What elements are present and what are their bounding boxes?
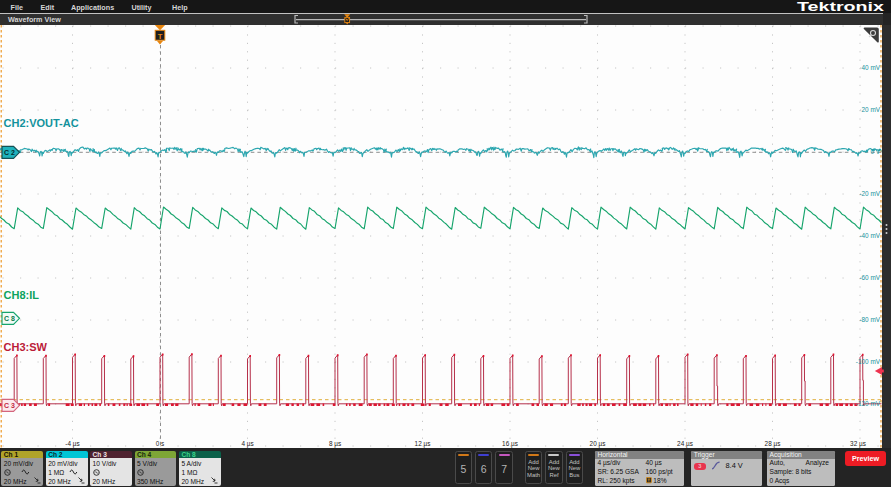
- svg-text:28 µs: 28 µs: [765, 440, 781, 448]
- svg-text:16 µs: 16 µs: [502, 440, 518, 448]
- svg-text:0 V: 0 V: [870, 148, 880, 155]
- svg-text:CH2:VOUT-AC: CH2:VOUT-AC: [4, 117, 79, 129]
- svg-text:40 mV: 40 mV: [862, 64, 881, 71]
- svg-text:20 mV: 20 mV: [862, 106, 881, 113]
- svg-text:-20 mV: -20 mV: [859, 190, 880, 197]
- svg-text:0 s: 0 s: [156, 440, 165, 447]
- svg-text:T: T: [158, 32, 163, 41]
- svg-text:C 3: C 3: [4, 402, 15, 409]
- svg-text:24 µs: 24 µs: [677, 440, 693, 448]
- svg-text:8 µs: 8 µs: [329, 440, 341, 448]
- svg-text:32 µs: 32 µs: [850, 440, 866, 448]
- svg-text:-40 mV: -40 mV: [859, 232, 880, 239]
- svg-text:CH3:SW: CH3:SW: [4, 341, 48, 353]
- svg-text:12 µs: 12 µs: [415, 440, 431, 448]
- svg-text:4 µs: 4 µs: [241, 440, 253, 448]
- svg-text:CH8:IL: CH8:IL: [4, 289, 40, 301]
- svg-text:-60 mV: -60 mV: [859, 274, 880, 281]
- svg-text:C 2: C 2: [4, 149, 15, 156]
- svg-text:-4 µs: -4 µs: [65, 440, 79, 448]
- svg-text:-120 mV: -120 mV: [856, 400, 881, 407]
- svg-text:20 µs: 20 µs: [590, 440, 606, 448]
- svg-text:-80 mV: -80 mV: [859, 316, 880, 323]
- svg-text:-100 mV: -100 mV: [856, 358, 881, 365]
- svg-text:C 8: C 8: [4, 315, 15, 322]
